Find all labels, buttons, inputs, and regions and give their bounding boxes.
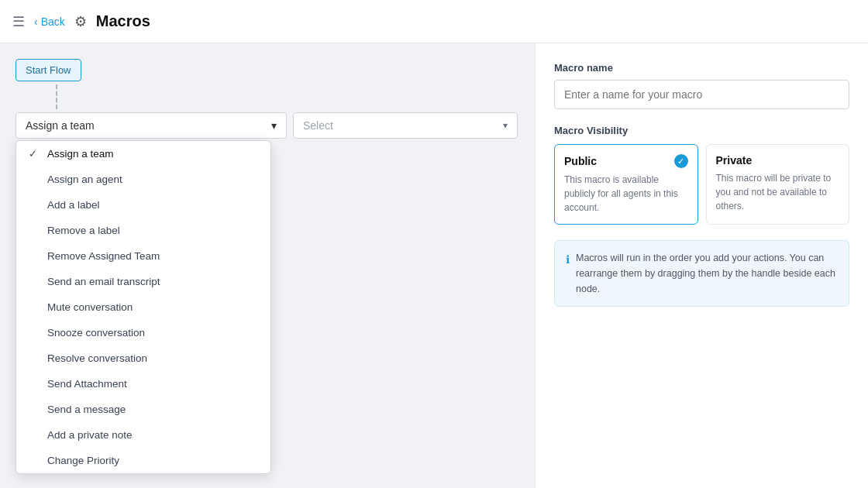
back-label: Back	[41, 15, 65, 28]
hamburger-icon[interactable]: ☰	[12, 13, 25, 30]
macros-icon: ⚙	[74, 13, 87, 30]
menu-item-assign-agent[interactable]: Assign an agent	[16, 167, 270, 192]
select-placeholder: Select	[303, 119, 333, 132]
menu-item-change-priority[interactable]: Change Priority	[16, 448, 270, 473]
menu-item-label: Change Priority	[47, 455, 119, 466]
menu-item-remove-assigned-team[interactable]: Remove Assigned Team	[16, 243, 270, 269]
menu-item-label: Remove a label	[47, 225, 120, 236]
main-layout: Start Flow Assign a team ▾ ✓ Assign a te…	[0, 43, 868, 488]
visibility-private-desc: This macro will be private to you and no…	[716, 171, 840, 213]
menu-item-mute-conversation[interactable]: Mute conversation	[16, 294, 270, 320]
top-nav: ☰ ‹ Back ⚙ Macros	[0, 0, 868, 43]
menu-item-label: Assign a team	[47, 148, 114, 160]
visibility-public-check-icon: ✓	[674, 154, 688, 168]
menu-item-label: Resolve conversation	[47, 352, 147, 364]
start-flow-button[interactable]: Start Flow	[16, 59, 81, 81]
menu-item-resolve-conversation[interactable]: Resolve conversation	[16, 345, 270, 371]
menu-item-label: Add a private note	[47, 429, 133, 441]
action-dropdown-value: Assign a team	[26, 119, 95, 132]
menu-item-label: Send a message	[47, 404, 126, 415]
visibility-private-name: Private	[716, 154, 753, 167]
menu-item-add-private-note[interactable]: Add a private note	[16, 422, 270, 448]
menu-item-send-attachment[interactable]: Send Attachment	[16, 371, 270, 397]
left-panel: Start Flow Assign a team ▾ ✓ Assign a te…	[0, 43, 535, 488]
visibility-public-desc: This macro is available publicly for all…	[564, 173, 688, 215]
menu-item-label: Add a label	[47, 199, 100, 211]
menu-item-label: Snooze conversation	[47, 327, 145, 339]
action-dropdown-menu: ✓ Assign a team Assign an agent Add a la…	[16, 140, 271, 474]
action-dropdown-container: Assign a team ▾ ✓ Assign a team Assign a…	[16, 112, 287, 139]
page-title: Macros	[96, 12, 150, 30]
action-row: Assign a team ▾ ✓ Assign a team Assign a…	[16, 112, 519, 139]
action-dropdown[interactable]: Assign a team ▾	[16, 112, 287, 139]
visibility-card-public[interactable]: Public ✓ This macro is available publicl…	[554, 144, 698, 225]
menu-item-add-label[interactable]: Add a label	[16, 192, 270, 218]
menu-item-send-message[interactable]: Send a message	[16, 397, 270, 422]
select-dropdown[interactable]: Select ▾	[293, 112, 518, 139]
checkmark-icon: ✓	[29, 148, 41, 160]
macro-name-input[interactable]	[554, 80, 849, 109]
menu-item-snooze-conversation[interactable]: Snooze conversation	[16, 320, 270, 345]
visibility-card-header-public: Public ✓	[564, 154, 688, 168]
info-icon: ℹ	[566, 251, 570, 268]
macro-name-label: Macro name	[554, 62, 849, 74]
menu-item-label: Mute conversation	[47, 301, 133, 313]
info-box-text: Macros will run in the order you add you…	[576, 250, 838, 297]
action-dropdown-chevron-icon: ▾	[271, 119, 277, 132]
visibility-card-private[interactable]: Private ✓ This macro will be private to …	[706, 144, 850, 225]
menu-item-label: Send Attachment	[47, 378, 127, 390]
back-chevron-icon: ‹	[34, 15, 38, 28]
visibility-card-header-private: Private ✓	[716, 154, 840, 167]
dotted-connector	[56, 84, 57, 109]
menu-item-remove-label[interactable]: Remove a label	[16, 218, 270, 243]
menu-item-send-email-transcript[interactable]: Send an email transcript	[16, 269, 270, 294]
back-link[interactable]: ‹ Back	[34, 15, 65, 28]
menu-item-label: Remove Assigned Team	[47, 250, 160, 262]
select-chevron-icon: ▾	[503, 120, 508, 131]
info-box: ℹ Macros will run in the order you add y…	[554, 240, 849, 307]
right-panel: Macro name Macro Visibility Public ✓ Thi…	[535, 43, 868, 488]
visibility-options: Public ✓ This macro is available publicl…	[554, 144, 849, 225]
visibility-public-name: Public	[564, 155, 597, 167]
menu-item-label: Assign an agent	[47, 174, 122, 185]
visibility-label: Macro Visibility	[554, 125, 849, 136]
menu-item-label: Send an email transcript	[47, 276, 160, 287]
menu-item-assign-team[interactable]: ✓ Assign a team	[16, 141, 270, 167]
